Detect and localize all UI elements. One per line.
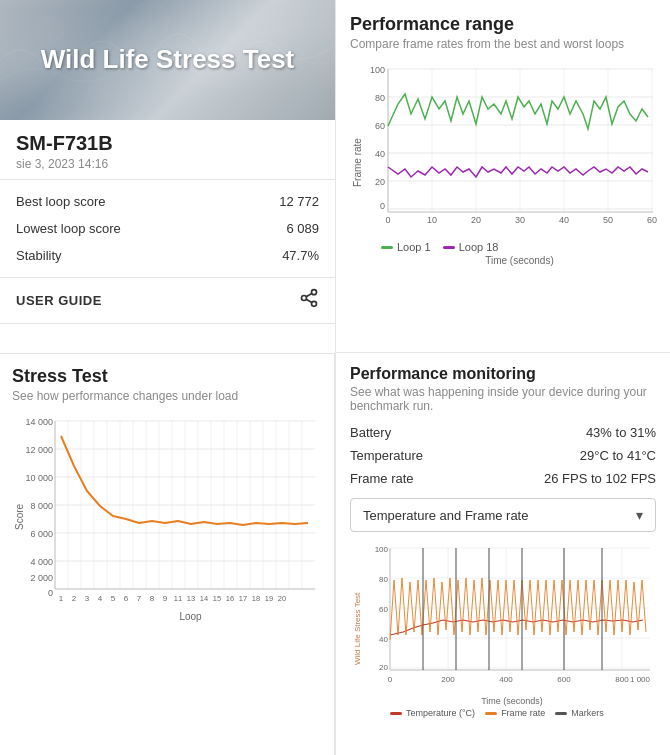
svg-text:8: 8 xyxy=(150,594,155,603)
temp-chart-svg: 100 80 60 40 20 xyxy=(368,540,653,695)
user-guide-label: USER GUIDE xyxy=(16,293,102,308)
chart-type-dropdown[interactable]: Temperature and Frame rate ▾ xyxy=(350,498,656,532)
svg-text:8 000: 8 000 xyxy=(30,501,53,511)
temp-svg-wrapper: 100 80 60 40 20 xyxy=(368,540,656,718)
svg-text:10: 10 xyxy=(427,215,437,225)
svg-text:200: 200 xyxy=(441,675,455,684)
performance-range-subtitle: Compare frame rates from the best and wo… xyxy=(350,37,656,51)
temp-legend: Temperature (°C) Frame rate Markers xyxy=(368,708,656,718)
temperature-label: Temperature xyxy=(350,448,423,463)
legend-dot-loop18 xyxy=(443,246,455,249)
svg-point-7 xyxy=(312,301,317,306)
performance-range-panel: Performance range Compare frame rates fr… xyxy=(335,0,670,353)
legend-markers: Markers xyxy=(555,708,604,718)
device-model: SM-F731B xyxy=(16,132,319,155)
svg-text:4: 4 xyxy=(98,594,103,603)
app-layout: Wild Life Stress Test SM-F731B sie 3, 20… xyxy=(0,0,670,755)
lowest-loop-row: Lowest loop score 6 089 xyxy=(16,215,319,242)
battery-label: Battery xyxy=(350,425,391,440)
monitoring-title: Performance monitoring xyxy=(350,365,656,383)
legend-label-loop1: Loop 1 xyxy=(397,241,431,253)
stress-chart-svg: 14 000 12 000 10 000 8 000 6 000 4 000 2… xyxy=(25,411,320,606)
legend-label-loop18: Loop 18 xyxy=(459,241,499,253)
svg-text:600: 600 xyxy=(557,675,571,684)
svg-text:60: 60 xyxy=(375,121,385,131)
svg-text:20: 20 xyxy=(278,594,286,603)
legend-label-temp: Temperature (°C) xyxy=(406,708,475,718)
stress-test-subtitle: See how performance changes under load xyxy=(12,389,326,403)
left-top-panel: Wild Life Stress Test SM-F731B sie 3, 20… xyxy=(0,0,335,353)
battery-value: 43% to 31% xyxy=(586,425,656,440)
svg-text:30: 30 xyxy=(515,215,525,225)
frame-rate-value: 26 FPS to 102 FPS xyxy=(544,471,656,486)
temp-y-axis-label: Wild Life Stress Test xyxy=(350,540,364,718)
legend-dot-markers xyxy=(555,712,567,715)
svg-text:20: 20 xyxy=(471,215,481,225)
best-loop-row: Best loop score 12 772 xyxy=(16,188,319,215)
temperature-value: 29°C to 41°C xyxy=(580,448,656,463)
svg-text:19: 19 xyxy=(265,594,273,603)
perf-chart: Frame rate 100 80 60 40 20 0 xyxy=(350,59,656,266)
lowest-loop-label: Lowest loop score xyxy=(16,221,121,236)
svg-text:3: 3 xyxy=(85,594,90,603)
stress-test-panel: Stress Test See how performance changes … xyxy=(0,353,335,755)
svg-text:20: 20 xyxy=(379,663,388,672)
svg-text:60: 60 xyxy=(647,215,657,225)
svg-text:40: 40 xyxy=(559,215,569,225)
svg-line-9 xyxy=(306,293,312,296)
monitoring-subtitle: See what was happening inside your devic… xyxy=(350,385,656,413)
svg-text:0: 0 xyxy=(385,215,390,225)
performance-monitoring-panel: Performance monitoring See what was happ… xyxy=(335,353,670,755)
device-info: SM-F731B sie 3, 2023 14:16 xyxy=(0,120,335,180)
hero-title: Wild Life Stress Test xyxy=(25,36,311,83)
svg-text:80: 80 xyxy=(379,575,388,584)
perf-chart-svg: 100 80 60 40 20 0 xyxy=(363,59,658,234)
user-guide-row[interactable]: USER GUIDE xyxy=(0,278,335,324)
svg-text:100: 100 xyxy=(370,65,385,75)
best-loop-label: Best loop score xyxy=(16,194,106,209)
best-loop-value: 12 772 xyxy=(279,194,319,209)
perf-y-axis-label: Frame rate xyxy=(350,59,363,266)
stress-test-title: Stress Test xyxy=(12,366,326,387)
legend-loop18: Loop 18 xyxy=(443,241,499,253)
legend-temp: Temperature (°C) xyxy=(390,708,475,718)
svg-text:11: 11 xyxy=(174,594,182,603)
svg-text:1: 1 xyxy=(59,594,64,603)
svg-text:12 000: 12 000 xyxy=(25,445,53,455)
svg-text:1 000: 1 000 xyxy=(630,675,651,684)
hero-banner: Wild Life Stress Test xyxy=(0,0,335,120)
frame-rate-label: Frame rate xyxy=(350,471,414,486)
stress-y-axis-label: Score xyxy=(12,411,25,622)
stress-x-axis-label: Loop xyxy=(25,611,326,622)
svg-text:800: 800 xyxy=(615,675,629,684)
svg-text:2 000: 2 000 xyxy=(30,573,53,583)
svg-text:4 000: 4 000 xyxy=(30,557,53,567)
perf-x-axis-label: Time (seconds) xyxy=(363,255,658,266)
frame-rate-row: Frame rate 26 FPS to 102 FPS xyxy=(350,467,656,490)
svg-text:0: 0 xyxy=(380,201,385,211)
share-icon[interactable] xyxy=(299,288,319,313)
stress-svg-wrapper: 14 000 12 000 10 000 8 000 6 000 4 000 2… xyxy=(25,411,326,622)
svg-text:2: 2 xyxy=(72,594,77,603)
monitoring-stats: Battery 43% to 31% Temperature 29°C to 4… xyxy=(350,421,656,490)
legend-loop1: Loop 1 xyxy=(381,241,431,253)
svg-text:6: 6 xyxy=(124,594,129,603)
svg-text:0: 0 xyxy=(48,588,53,598)
legend-framerate: Frame rate xyxy=(485,708,545,718)
svg-text:0: 0 xyxy=(388,675,393,684)
svg-text:5: 5 xyxy=(111,594,116,603)
svg-point-5 xyxy=(312,290,317,295)
temp-chart: Wild Life Stress Test 100 80 60 40 20 xyxy=(350,540,656,718)
legend-dot-loop1 xyxy=(381,246,393,249)
svg-text:100: 100 xyxy=(375,545,389,554)
dropdown-arrow-icon: ▾ xyxy=(636,507,643,523)
svg-text:6 000: 6 000 xyxy=(30,529,53,539)
svg-text:7: 7 xyxy=(137,594,142,603)
svg-text:13: 13 xyxy=(187,594,195,603)
legend-dot-temp xyxy=(390,712,402,715)
stability-value: 47.7% xyxy=(282,248,319,263)
svg-text:400: 400 xyxy=(499,675,513,684)
perf-legend: Loop 1 Loop 18 xyxy=(363,241,658,253)
legend-dot-framerate xyxy=(485,712,497,715)
device-date: sie 3, 2023 14:16 xyxy=(16,157,319,171)
